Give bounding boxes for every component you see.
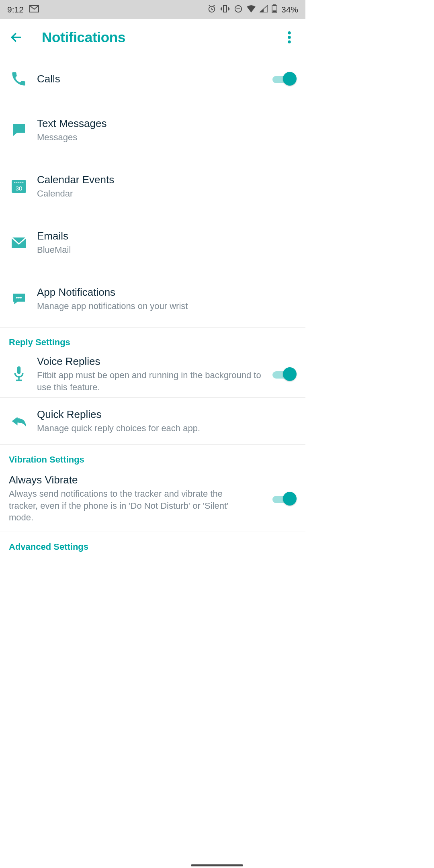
settings-list: Calls Text Messages Messages 30 Calendar…: [0, 55, 305, 560]
svg-point-9: [288, 36, 291, 39]
svg-point-16: [23, 182, 24, 183]
svg-rect-2: [223, 6, 227, 12]
app-notifications-sub: Manage app notifications on your wrist: [37, 300, 297, 312]
svg-rect-6: [273, 4, 276, 6]
page-title: Notifications: [42, 29, 125, 45]
svg-rect-22: [17, 366, 20, 374]
status-time: 9:12: [7, 5, 24, 14]
emails-sub: BlueMail: [37, 244, 297, 256]
calendar-events-sub: Calendar: [37, 188, 297, 200]
reply-arrow-icon: [9, 414, 29, 428]
overflow-menu-button[interactable]: [282, 30, 297, 45]
calendar-events-title: Calendar Events: [37, 174, 297, 186]
email-icon: [9, 237, 29, 249]
calendar-icon: 30: [9, 178, 29, 194]
voice-replies-sub: Fitbit app must be open and running in t…: [37, 369, 272, 393]
reply-settings-header: Reply Settings: [0, 328, 305, 351]
text-messages-sub: Messages: [37, 131, 297, 143]
phone-icon: [9, 71, 29, 87]
chat-icon: [9, 122, 29, 138]
always-vibrate-toggle[interactable]: [272, 491, 297, 506]
advanced-settings-header: Advanced Settings: [0, 532, 305, 560]
vibration-settings-header: Vibration Settings: [0, 445, 305, 468]
voice-replies-row[interactable]: Voice Replies Fitbit app must be open an…: [0, 351, 305, 397]
back-button[interactable]: [9, 30, 23, 45]
calendar-events-row[interactable]: 30 Calendar Events Calendar: [0, 158, 305, 215]
status-bar: 9:12 34%: [0, 0, 305, 19]
svg-point-20: [18, 297, 20, 299]
quick-replies-title: Quick Replies: [37, 408, 297, 421]
calls-toggle[interactable]: [272, 71, 297, 86]
emails-row[interactable]: Emails BlueMail: [0, 215, 305, 271]
always-vibrate-row[interactable]: Always Vibrate Always send notifications…: [0, 468, 305, 532]
alarm-icon: [207, 4, 216, 15]
calls-title: Calls: [37, 73, 272, 85]
app-notifications-icon: [9, 291, 29, 307]
text-messages-row[interactable]: Text Messages Messages: [0, 102, 305, 158]
svg-point-14: [18, 182, 20, 183]
svg-point-15: [20, 182, 22, 183]
svg-text:30: 30: [16, 185, 23, 192]
wifi-icon: [247, 5, 256, 14]
svg-point-10: [288, 41, 291, 44]
calls-row[interactable]: Calls: [0, 55, 305, 102]
svg-point-12: [14, 182, 16, 183]
svg-point-21: [20, 297, 22, 299]
microphone-icon: [9, 366, 29, 383]
app-notifications-row[interactable]: App Notifications Manage app notificatio…: [0, 271, 305, 327]
svg-rect-7: [272, 10, 276, 12]
vibrate-icon: [220, 4, 230, 15]
voice-replies-toggle[interactable]: [272, 366, 297, 382]
always-vibrate-sub: Always send notifications to the tracker…: [9, 488, 238, 524]
voice-replies-title: Voice Replies: [37, 355, 272, 368]
mail-icon: [29, 5, 39, 14]
svg-point-13: [16, 182, 18, 183]
svg-point-19: [16, 297, 18, 299]
signal-icon: [260, 5, 268, 14]
app-header: Notifications: [0, 19, 305, 55]
dnd-icon: [234, 4, 243, 15]
text-messages-title: Text Messages: [37, 117, 297, 130]
svg-point-8: [288, 31, 291, 35]
status-battery-text: 34%: [281, 5, 298, 14]
always-vibrate-title: Always Vibrate: [9, 474, 238, 486]
app-notifications-title: App Notifications: [37, 286, 297, 299]
quick-replies-sub: Manage quick reply choices for each app.: [37, 422, 297, 434]
battery-icon: [272, 4, 277, 15]
quick-replies-row[interactable]: Quick Replies Manage quick reply choices…: [0, 398, 305, 444]
emails-title: Emails: [37, 230, 297, 242]
